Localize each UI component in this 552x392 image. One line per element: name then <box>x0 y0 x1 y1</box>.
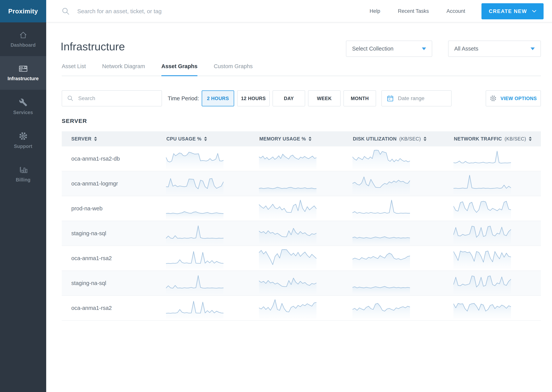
disk-cell <box>351 272 452 294</box>
disk-cell <box>351 148 452 169</box>
memory-cell <box>258 272 351 294</box>
period-day-button[interactable]: DAY <box>273 90 305 106</box>
help-link[interactable]: Help <box>370 8 380 14</box>
date-range-placeholder: Date range <box>398 95 425 101</box>
column-header-cpu[interactable]: CPU USAGE % <box>165 136 258 142</box>
cpu-cell <box>165 247 258 269</box>
sidebar-item-support[interactable]: Support <box>0 123 46 157</box>
network-sparkline <box>453 247 511 269</box>
network-cell <box>452 247 541 269</box>
column-header-network[interactable]: NETWORK TRAFFIC (KB/SEC) <box>452 136 541 142</box>
cpu-cell <box>165 173 258 194</box>
account-link[interactable]: Account <box>446 8 465 14</box>
network-cell <box>452 198 541 219</box>
period-12-hours-button[interactable]: 12 HOURS <box>237 90 270 106</box>
server-name: prod-na-web <box>71 205 102 211</box>
cpu-sparkline <box>166 223 224 244</box>
create-new-button[interactable]: CREATE NEW <box>481 3 544 19</box>
cpu-sparkline <box>166 297 224 319</box>
table-search-placeholder: Search <box>78 95 95 101</box>
view-options-button[interactable]: VIEW OPTIONS <box>486 90 541 106</box>
cpu-cell <box>165 198 258 219</box>
server-rack-icon <box>18 65 28 73</box>
tab-bar: Asset List Network Diagram Asset Graphs … <box>62 63 541 76</box>
home-icon <box>19 31 28 39</box>
disk-cell <box>351 297 452 319</box>
sidebar-item-label: Billing <box>16 177 30 182</box>
table-row[interactable]: staging-na-sql <box>62 271 541 296</box>
period-week-button[interactable]: WEEK <box>308 90 341 106</box>
recent-tasks-link[interactable]: Recent Tasks <box>398 8 429 14</box>
table-row[interactable]: staging-na-sql <box>62 221 541 246</box>
cpu-sparkline <box>166 272 224 294</box>
server-name: oca-anma1-rsa2 <box>71 255 112 261</box>
disk-sparkline <box>352 247 410 269</box>
table-row[interactable]: oca-anma1-rsa2 <box>62 296 541 321</box>
server-cell: prod-na-web <box>62 205 165 212</box>
period-2-hours-button[interactable]: 2 HOURS <box>202 90 234 106</box>
sort-icon <box>529 137 532 141</box>
topbar-links: Help Recent Tasks Account <box>370 0 465 22</box>
network-sparkline <box>453 148 511 169</box>
table-row[interactable]: prod-na-web <box>62 196 541 221</box>
period-month-button[interactable]: MONTH <box>343 90 376 106</box>
disk-sparkline <box>352 297 410 319</box>
memory-sparkline <box>259 173 316 194</box>
server-cell: oca-anma1-rsa2 <box>62 305 165 311</box>
gear-icon <box>490 95 497 102</box>
assets-dropdown[interactable]: All Assets <box>448 41 541 57</box>
cpu-sparkline <box>166 148 224 169</box>
memory-sparkline <box>259 223 316 244</box>
sort-icon <box>204 137 207 141</box>
table-search-input[interactable]: Search <box>62 90 162 106</box>
table-row[interactable]: oca-anma1-rsa2-db <box>62 147 541 171</box>
disk-cell <box>351 173 452 194</box>
sidebar-item-billing[interactable]: Billing <box>0 157 46 191</box>
server-cell: oca-anma1-rsa2-db <box>62 156 165 162</box>
network-sparkline <box>453 297 511 319</box>
date-range-input[interactable]: Date range <box>381 90 451 106</box>
server-name: oca-anma1-rsa2 <box>71 305 112 311</box>
tab-network-diagram[interactable]: Network Diagram <box>102 63 145 76</box>
sidebar-item-dashboard[interactable]: Dashboard <box>0 22 46 56</box>
disk-cell <box>351 223 452 244</box>
disk-sparkline <box>352 198 410 219</box>
collection-dropdown[interactable]: Select Collection <box>346 41 432 57</box>
tab-custom-graphs[interactable]: Custom Graphs <box>214 63 253 76</box>
disk-sparkline <box>352 272 410 294</box>
filter-row: Search Time Period: 2 HOURS 12 HOURS DAY… <box>62 90 541 106</box>
asset-graphs-table: SERVER CPU USAGE % MEMORY USAGE % DISK U… <box>62 131 541 321</box>
bar-chart-icon <box>19 166 28 174</box>
sort-icon <box>94 137 97 141</box>
table-row[interactable]: oca-anma1-rsa2 <box>62 246 541 271</box>
cpu-cell <box>165 272 258 294</box>
global-search-input[interactable]: Search for an asset, ticket, or tag <box>62 0 162 22</box>
time-period-label: Time Period: <box>168 90 199 106</box>
cpu-sparkline <box>166 173 224 194</box>
table-row[interactable]: oca-anma1-logmgr <box>62 171 541 196</box>
wrench-icon <box>19 98 27 107</box>
column-header-server[interactable]: SERVER <box>62 136 165 142</box>
chevron-down-icon <box>532 10 536 13</box>
network-cell <box>452 148 541 169</box>
network-cell <box>452 272 541 294</box>
column-label: SERVER <box>71 136 91 142</box>
sidebar-item-services[interactable]: Services <box>0 90 46 123</box>
topbar: Search for an asset, ticket, or tag Help… <box>46 0 552 22</box>
cpu-sparkline <box>166 198 224 219</box>
column-unit: (KB/SEC) <box>505 136 526 142</box>
memory-cell <box>258 198 351 219</box>
sidebar-item-label: Services <box>13 110 33 115</box>
column-label: CPU USAGE % <box>166 136 202 142</box>
network-cell <box>452 223 541 244</box>
tab-asset-graphs[interactable]: Asset Graphs <box>161 63 198 76</box>
server-cell: staging-na-sql <box>62 280 165 286</box>
column-header-memory[interactable]: MEMORY USAGE % <box>258 136 351 142</box>
tab-asset-list[interactable]: Asset List <box>62 63 86 76</box>
server-name: oca-anma1-logmgr <box>71 181 118 187</box>
column-header-disk[interactable]: DISK UTILIZATION (KB/SEC) <box>351 136 452 142</box>
disk-cell <box>351 247 452 269</box>
memory-sparkline <box>259 272 316 294</box>
sidebar-item-infrastructure[interactable]: Infrastructure <box>0 56 46 90</box>
network-sparkline <box>453 223 511 244</box>
